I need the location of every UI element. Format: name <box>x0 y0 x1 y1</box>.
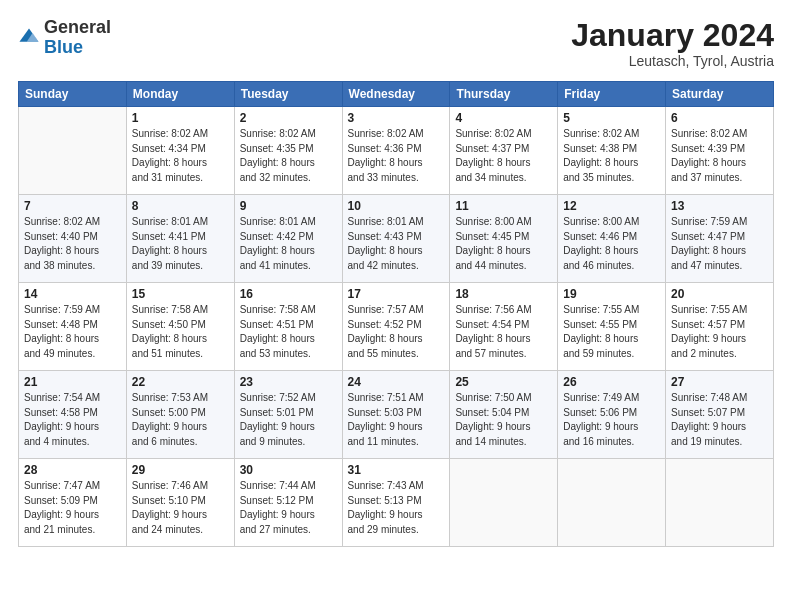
table-row: 30Sunrise: 7:44 AM Sunset: 5:12 PM Dayli… <box>234 459 342 547</box>
table-row: 29Sunrise: 7:46 AM Sunset: 5:10 PM Dayli… <box>126 459 234 547</box>
day-detail: Sunrise: 8:02 AM Sunset: 4:37 PM Dayligh… <box>455 127 552 185</box>
table-row: 27Sunrise: 7:48 AM Sunset: 5:07 PM Dayli… <box>666 371 774 459</box>
day-detail: Sunrise: 8:02 AM Sunset: 4:35 PM Dayligh… <box>240 127 337 185</box>
day-number: 13 <box>671 199 768 213</box>
day-number: 1 <box>132 111 229 125</box>
table-row: 17Sunrise: 7:57 AM Sunset: 4:52 PM Dayli… <box>342 283 450 371</box>
day-number: 17 <box>348 287 445 301</box>
day-number: 18 <box>455 287 552 301</box>
table-row: 20Sunrise: 7:55 AM Sunset: 4:57 PM Dayli… <box>666 283 774 371</box>
calendar-week-row: 7Sunrise: 8:02 AM Sunset: 4:40 PM Daylig… <box>19 195 774 283</box>
table-row <box>558 459 666 547</box>
title-block: January 2024 Leutasch, Tyrol, Austria <box>571 18 774 69</box>
table-row: 7Sunrise: 8:02 AM Sunset: 4:40 PM Daylig… <box>19 195 127 283</box>
day-number: 6 <box>671 111 768 125</box>
day-detail: Sunrise: 8:01 AM Sunset: 4:42 PM Dayligh… <box>240 215 337 273</box>
day-detail: Sunrise: 8:02 AM Sunset: 4:34 PM Dayligh… <box>132 127 229 185</box>
table-row: 14Sunrise: 7:59 AM Sunset: 4:48 PM Dayli… <box>19 283 127 371</box>
table-row: 3Sunrise: 8:02 AM Sunset: 4:36 PM Daylig… <box>342 107 450 195</box>
day-detail: Sunrise: 7:58 AM Sunset: 4:50 PM Dayligh… <box>132 303 229 361</box>
col-tuesday: Tuesday <box>234 82 342 107</box>
calendar-table: Sunday Monday Tuesday Wednesday Thursday… <box>18 81 774 547</box>
day-detail: Sunrise: 7:50 AM Sunset: 5:04 PM Dayligh… <box>455 391 552 449</box>
day-detail: Sunrise: 7:52 AM Sunset: 5:01 PM Dayligh… <box>240 391 337 449</box>
day-number: 12 <box>563 199 660 213</box>
day-number: 7 <box>24 199 121 213</box>
day-number: 3 <box>348 111 445 125</box>
table-row: 4Sunrise: 8:02 AM Sunset: 4:37 PM Daylig… <box>450 107 558 195</box>
day-number: 14 <box>24 287 121 301</box>
logo-blue: Blue <box>44 37 83 57</box>
table-row: 1Sunrise: 8:02 AM Sunset: 4:34 PM Daylig… <box>126 107 234 195</box>
table-row: 13Sunrise: 7:59 AM Sunset: 4:47 PM Dayli… <box>666 195 774 283</box>
calendar-header-row: Sunday Monday Tuesday Wednesday Thursday… <box>19 82 774 107</box>
day-detail: Sunrise: 8:02 AM Sunset: 4:36 PM Dayligh… <box>348 127 445 185</box>
day-number: 8 <box>132 199 229 213</box>
header: General Blue January 2024 Leutasch, Tyro… <box>18 18 774 69</box>
day-detail: Sunrise: 8:01 AM Sunset: 4:43 PM Dayligh… <box>348 215 445 273</box>
day-detail: Sunrise: 7:58 AM Sunset: 4:51 PM Dayligh… <box>240 303 337 361</box>
col-saturday: Saturday <box>666 82 774 107</box>
day-number: 24 <box>348 375 445 389</box>
day-detail: Sunrise: 7:48 AM Sunset: 5:07 PM Dayligh… <box>671 391 768 449</box>
col-monday: Monday <box>126 82 234 107</box>
logo-general: General <box>44 17 111 37</box>
table-row: 23Sunrise: 7:52 AM Sunset: 5:01 PM Dayli… <box>234 371 342 459</box>
day-number: 21 <box>24 375 121 389</box>
table-row: 8Sunrise: 8:01 AM Sunset: 4:41 PM Daylig… <box>126 195 234 283</box>
day-number: 28 <box>24 463 121 477</box>
col-wednesday: Wednesday <box>342 82 450 107</box>
table-row: 31Sunrise: 7:43 AM Sunset: 5:13 PM Dayli… <box>342 459 450 547</box>
table-row: 16Sunrise: 7:58 AM Sunset: 4:51 PM Dayli… <box>234 283 342 371</box>
day-detail: Sunrise: 7:57 AM Sunset: 4:52 PM Dayligh… <box>348 303 445 361</box>
day-number: 4 <box>455 111 552 125</box>
day-detail: Sunrise: 7:54 AM Sunset: 4:58 PM Dayligh… <box>24 391 121 449</box>
day-detail: Sunrise: 8:02 AM Sunset: 4:39 PM Dayligh… <box>671 127 768 185</box>
table-row <box>19 107 127 195</box>
day-detail: Sunrise: 8:01 AM Sunset: 4:41 PM Dayligh… <box>132 215 229 273</box>
table-row: 11Sunrise: 8:00 AM Sunset: 4:45 PM Dayli… <box>450 195 558 283</box>
day-detail: Sunrise: 8:00 AM Sunset: 4:45 PM Dayligh… <box>455 215 552 273</box>
day-number: 25 <box>455 375 552 389</box>
table-row: 9Sunrise: 8:01 AM Sunset: 4:42 PM Daylig… <box>234 195 342 283</box>
logo-icon <box>18 27 40 49</box>
day-number: 19 <box>563 287 660 301</box>
day-number: 31 <box>348 463 445 477</box>
day-number: 16 <box>240 287 337 301</box>
calendar-week-row: 1Sunrise: 8:02 AM Sunset: 4:34 PM Daylig… <box>19 107 774 195</box>
day-detail: Sunrise: 7:44 AM Sunset: 5:12 PM Dayligh… <box>240 479 337 537</box>
day-number: 30 <box>240 463 337 477</box>
table-row: 22Sunrise: 7:53 AM Sunset: 5:00 PM Dayli… <box>126 371 234 459</box>
day-detail: Sunrise: 8:02 AM Sunset: 4:38 PM Dayligh… <box>563 127 660 185</box>
day-detail: Sunrise: 7:49 AM Sunset: 5:06 PM Dayligh… <box>563 391 660 449</box>
table-row: 6Sunrise: 8:02 AM Sunset: 4:39 PM Daylig… <box>666 107 774 195</box>
table-row: 26Sunrise: 7:49 AM Sunset: 5:06 PM Dayli… <box>558 371 666 459</box>
day-number: 22 <box>132 375 229 389</box>
day-number: 11 <box>455 199 552 213</box>
day-number: 23 <box>240 375 337 389</box>
day-number: 2 <box>240 111 337 125</box>
table-row: 28Sunrise: 7:47 AM Sunset: 5:09 PM Dayli… <box>19 459 127 547</box>
day-detail: Sunrise: 7:43 AM Sunset: 5:13 PM Dayligh… <box>348 479 445 537</box>
day-number: 15 <box>132 287 229 301</box>
day-number: 29 <box>132 463 229 477</box>
day-number: 5 <box>563 111 660 125</box>
table-row: 19Sunrise: 7:55 AM Sunset: 4:55 PM Dayli… <box>558 283 666 371</box>
day-detail: Sunrise: 7:59 AM Sunset: 4:47 PM Dayligh… <box>671 215 768 273</box>
day-number: 27 <box>671 375 768 389</box>
day-detail: Sunrise: 7:55 AM Sunset: 4:55 PM Dayligh… <box>563 303 660 361</box>
day-detail: Sunrise: 7:46 AM Sunset: 5:10 PM Dayligh… <box>132 479 229 537</box>
calendar-week-row: 28Sunrise: 7:47 AM Sunset: 5:09 PM Dayli… <box>19 459 774 547</box>
location: Leutasch, Tyrol, Austria <box>571 53 774 69</box>
table-row: 2Sunrise: 8:02 AM Sunset: 4:35 PM Daylig… <box>234 107 342 195</box>
table-row: 12Sunrise: 8:00 AM Sunset: 4:46 PM Dayli… <box>558 195 666 283</box>
logo: General Blue <box>18 18 111 58</box>
day-detail: Sunrise: 7:55 AM Sunset: 4:57 PM Dayligh… <box>671 303 768 361</box>
day-number: 10 <box>348 199 445 213</box>
col-friday: Friday <box>558 82 666 107</box>
table-row <box>450 459 558 547</box>
day-number: 9 <box>240 199 337 213</box>
table-row: 24Sunrise: 7:51 AM Sunset: 5:03 PM Dayli… <box>342 371 450 459</box>
col-thursday: Thursday <box>450 82 558 107</box>
col-sunday: Sunday <box>19 82 127 107</box>
